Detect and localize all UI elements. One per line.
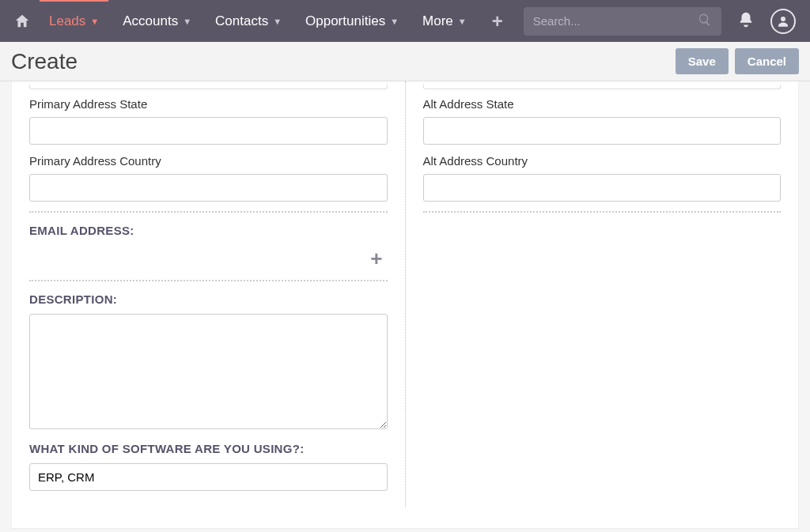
nav-item-contacts[interactable]: Contacts ▼	[206, 0, 291, 42]
section-divider	[423, 211, 782, 213]
caret-down-icon: ▼	[183, 17, 191, 26]
nav-item-accounts[interactable]: Accounts ▼	[113, 0, 201, 42]
section-divider	[29, 211, 388, 213]
nav-item-label: Opportunities	[305, 13, 385, 29]
field-primary-country: Primary Address Country	[29, 154, 388, 202]
nav-item-label: Contacts	[215, 13, 268, 29]
field-label: Primary Address Country	[29, 154, 388, 168]
top-nav: Leads ▼ Accounts ▼ Contacts ▼ Opportunit…	[0, 0, 810, 42]
nav-item-opportunities[interactable]: Opportunities ▼	[296, 0, 408, 42]
primary-state-input[interactable]	[29, 117, 388, 145]
alt-country-input[interactable]	[423, 174, 782, 202]
cancel-button[interactable]: Cancel	[735, 48, 799, 74]
caret-down-icon: ▼	[273, 17, 282, 26]
description-input[interactable]	[29, 314, 388, 429]
nav-item-leads[interactable]: Leads ▼	[40, 0, 108, 41]
description-section-header: DESCRIPTION:	[29, 292, 388, 306]
email-add-row: +	[29, 245, 388, 272]
page-title: Create	[11, 49, 78, 74]
user-avatar[interactable]	[770, 9, 796, 34]
section-divider	[29, 280, 388, 281]
alt-state-input[interactable]	[423, 117, 782, 145]
field-primary-state: Primary Address State	[29, 97, 388, 145]
email-section-header: EMAIL ADDRESS:	[29, 224, 388, 237]
field-label: Alt Address Country	[423, 154, 782, 168]
field-label: Primary Address State	[29, 97, 388, 111]
truncated-field-above	[29, 85, 388, 89]
software-section-header: WHAT KIND OF SOFTWARE ARE YOU USING?:	[29, 442, 388, 455]
search-box	[524, 7, 721, 36]
search-icon[interactable]	[698, 13, 712, 30]
primary-country-input[interactable]	[29, 174, 388, 202]
field-description	[29, 314, 388, 432]
field-alt-country: Alt Address Country	[423, 154, 782, 202]
nav-item-label: Leads	[49, 13, 85, 29]
caret-down-icon: ▼	[90, 17, 99, 26]
field-software	[29, 463, 388, 491]
truncated-field-above	[423, 85, 782, 89]
form-col-left: Primary Address State Primary Address Co…	[12, 81, 406, 507]
action-buttons: Save Cancel	[676, 48, 799, 74]
field-alt-state: Alt Address State	[423, 97, 782, 145]
title-bar: Create Save Cancel	[0, 42, 810, 81]
form-col-right: Alt Address State Alt Address Country	[406, 81, 799, 507]
form-panel: Primary Address State Primary Address Co…	[11, 81, 799, 529]
software-input[interactable]	[29, 463, 388, 491]
notifications-icon[interactable]	[737, 11, 755, 32]
nav-item-label: Accounts	[123, 13, 178, 29]
search-input[interactable]	[533, 14, 698, 28]
home-icon[interactable]	[9, 9, 35, 34]
svg-point-0	[781, 17, 785, 21]
save-button[interactable]: Save	[676, 48, 729, 74]
nav-item-label: More	[422, 13, 453, 29]
caret-down-icon: ▼	[390, 17, 399, 26]
nav-quickcreate-button[interactable]: +	[481, 10, 514, 32]
field-label: Alt Address State	[423, 97, 782, 111]
nav-item-more[interactable]: More ▼	[413, 0, 476, 42]
caret-down-icon: ▼	[458, 17, 467, 26]
add-email-button[interactable]: +	[370, 248, 382, 269]
